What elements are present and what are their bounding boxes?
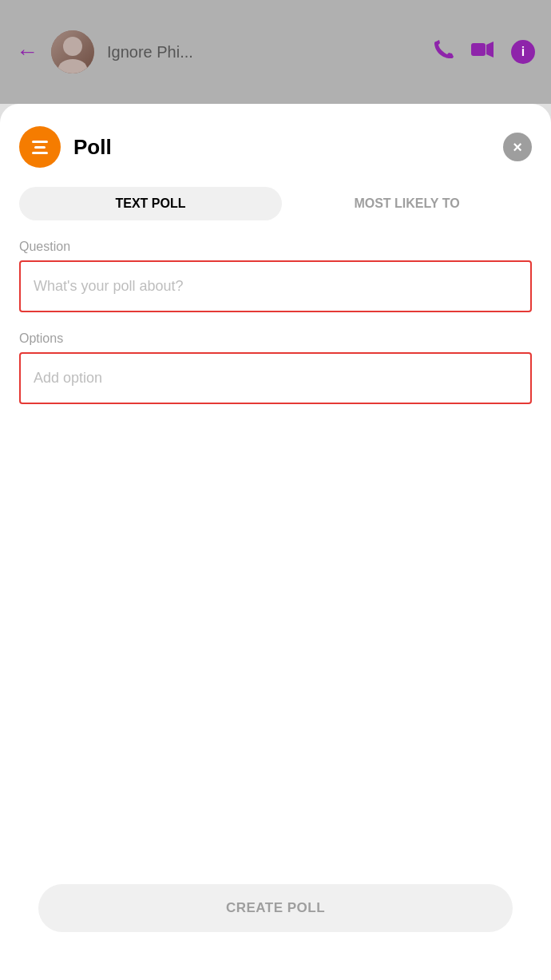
info-icon[interactable]: i	[511, 40, 535, 64]
svg-marker-3	[486, 42, 494, 58]
bottom-area: CREATE POLL	[0, 884, 551, 948]
close-icon: ×	[513, 138, 522, 157]
options-label: Options	[19, 331, 532, 346]
phone-icon[interactable]	[431, 38, 454, 66]
svg-point-1	[58, 59, 87, 73]
poll-icon-line-1	[32, 141, 48, 143]
svg-point-0	[63, 37, 82, 56]
svg-rect-2	[471, 43, 486, 56]
spacer	[0, 404, 551, 884]
info-label: i	[521, 45, 525, 59]
poll-icon	[19, 126, 61, 168]
avatar	[51, 30, 94, 73]
card-header: Poll ×	[0, 104, 551, 187]
close-button[interactable]: ×	[503, 133, 532, 161]
top-icons: i	[431, 38, 535, 66]
poll-title: Poll	[73, 135, 503, 160]
top-bar: ← Ignore Phi... i	[0, 0, 551, 104]
options-section: Options	[0, 331, 551, 404]
question-label: Question	[19, 240, 532, 254]
back-button[interactable]: ←	[16, 39, 38, 65]
video-icon[interactable]	[470, 38, 495, 65]
poll-icon-line-3	[32, 152, 48, 154]
poll-icon-line-2	[34, 146, 46, 149]
question-section: Question	[0, 240, 551, 312]
contact-name: Ignore Phi...	[107, 43, 418, 61]
add-option-input[interactable]	[19, 352, 532, 404]
poll-card: Poll × TEXT POLL MOST LIKELY TO Question…	[0, 104, 551, 980]
tab-most-likely[interactable]: MOST LIKELY TO	[282, 187, 532, 220]
question-input[interactable]	[19, 260, 532, 312]
tab-text-poll[interactable]: TEXT POLL	[19, 187, 282, 220]
poll-icon-lines	[32, 141, 48, 154]
tabs-container: TEXT POLL MOST LIKELY TO	[0, 187, 551, 220]
create-poll-button[interactable]: CREATE POLL	[38, 884, 513, 932]
